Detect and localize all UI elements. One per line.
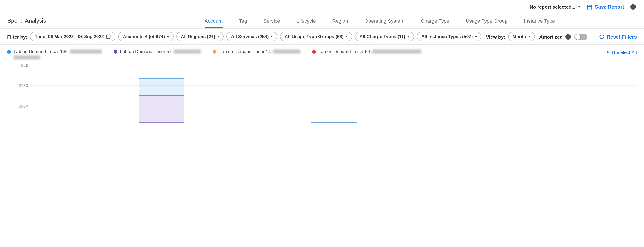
- y-tick-label: $500: [7, 104, 28, 109]
- unselect-all-button[interactable]: Unselect All: [606, 49, 637, 55]
- info-icon[interactable]: [630, 4, 636, 9]
- view-by-dropdown[interactable]: Month: [508, 32, 535, 41]
- legend-text: Lab on Demand - user 57: [120, 49, 201, 54]
- filter-pill-all-services-254[interactable]: All Services (254): [226, 32, 278, 41]
- chevron-down-icon: [218, 35, 219, 38]
- amortized-label: Amortized: [539, 34, 563, 39]
- chevron-down-icon: [408, 35, 410, 38]
- reset-filters-label: Reset Filters: [607, 34, 637, 39]
- chevron-down-icon: [528, 35, 530, 38]
- y-tick-label: $1k: [7, 63, 28, 68]
- y-tick-label: $750: [7, 83, 28, 88]
- legend-text: Lab on Demand - user 50: [318, 49, 422, 54]
- legend-item-lab-on-demand-user-14[interactable]: Lab on Demand - user 14: [213, 49, 300, 54]
- chart-column-08-22: [464, 65, 550, 123]
- view-by-label: View by:: [486, 34, 506, 39]
- redacted-text: [273, 49, 300, 54]
- chart-legend: Lab on Demand - user 136Lab on Demand - …: [0, 45, 644, 62]
- chevron-down-icon: [578, 5, 580, 9]
- filter-pill-label: All Usage Type Groups (68): [284, 34, 344, 39]
- bar-segment: [138, 78, 184, 96]
- filter-pill-label: Accounts 4 (of 674): [123, 34, 165, 39]
- close-icon: [606, 49, 610, 55]
- tab-tag[interactable]: Tag: [239, 14, 247, 28]
- tab-lifecycle[interactable]: Lifecycle: [296, 14, 316, 28]
- legend-item-lab-on-demand-user-136[interactable]: Lab on Demand - user 136: [7, 49, 102, 60]
- bar-segment: [138, 122, 184, 123]
- filter-pill-all-instance-types-507[interactable]: All Instance Types (507): [417, 32, 481, 41]
- tab-service[interactable]: Service: [263, 14, 280, 28]
- filter-pill-all-usage-type-groups-68[interactable]: All Usage Type Groups (68): [280, 32, 352, 41]
- filter-bar: Filter by: Time: 06 Mar 2022 - 06 Sep 20…: [0, 29, 644, 45]
- calendar-icon: [106, 34, 111, 39]
- topbar: No report selected... Save Report: [0, 0, 644, 14]
- chart-plot: [32, 65, 637, 123]
- report-selector-dropdown[interactable]: No report selected...: [530, 4, 580, 9]
- redacted-text: [174, 49, 201, 54]
- refresh-icon: [599, 34, 604, 39]
- chevron-down-icon: [346, 35, 348, 38]
- bar-04-22[interactable]: [138, 78, 184, 123]
- chart-column-09-22: [550, 65, 637, 123]
- tab-charge-type[interactable]: Charge Type: [421, 14, 450, 28]
- spend-analysis-page: No report selected... Save Report Spend …: [0, 0, 644, 123]
- toggle-knob: [575, 34, 580, 39]
- legend-text: Lab on Demand - user 14: [219, 49, 300, 54]
- chart-column-05-22: [205, 65, 291, 123]
- bar-segment: [138, 96, 184, 122]
- legend-dot: [213, 50, 216, 54]
- legend-dot: [312, 50, 316, 54]
- tab-account[interactable]: Account: [204, 14, 223, 28]
- spend-chart: $1k$750$500$2500 03/2204/2205/2206/2207/…: [7, 65, 637, 123]
- filter-pill-all-regions-24[interactable]: All Regions (24): [176, 32, 224, 41]
- legend-label-line: Lab on Demand - user 14: [219, 49, 300, 54]
- chevron-down-icon: [167, 35, 169, 38]
- chart-column-03-22: [32, 65, 118, 123]
- chevron-down-icon: [475, 35, 477, 38]
- legend-item-lab-on-demand-user-57[interactable]: Lab on Demand - user 57: [114, 49, 201, 54]
- redacted-text: [14, 55, 40, 59]
- legend-item-lab-on-demand-user-50[interactable]: Lab on Demand - user 50: [312, 49, 422, 54]
- filter-pill-label: All Instance Types (507): [421, 34, 473, 39]
- amortized-toggle[interactable]: [574, 33, 587, 40]
- legend-text: Lab on Demand - user 136: [14, 49, 102, 60]
- chevron-down-icon: [271, 35, 273, 38]
- filter-pill-label: All Regions (24): [181, 34, 215, 39]
- filter-pill-all-charge-types-11[interactable]: All Charge Types (11): [355, 32, 414, 41]
- legend-label-line: Lab on Demand - user 57: [120, 49, 201, 54]
- filter-pill-label: All Charge Types (11): [360, 34, 406, 39]
- redacted-text: [70, 49, 102, 54]
- tab-bar: AccountTagServiceLifecycleRegionOperatin…: [204, 14, 555, 28]
- save-report-button[interactable]: Save Report: [587, 4, 624, 10]
- legend-label: Lab on Demand - user 136: [14, 49, 68, 54]
- reset-filters-button[interactable]: Reset Filters: [599, 34, 637, 39]
- header-row: Spend Analysis AccountTagServiceLifecycl…: [0, 14, 644, 29]
- legend-label: Lab on Demand - user 50: [318, 49, 370, 54]
- chart-column-06-22: [291, 65, 378, 123]
- tab-instance-type[interactable]: Instance Type: [524, 14, 555, 28]
- amortized-info-icon[interactable]: [565, 34, 571, 39]
- time-filter-value: Time: 06 Mar 2022 - 06 Sep 2022: [35, 34, 104, 39]
- tab-operating-system[interactable]: Operating System: [364, 14, 404, 28]
- redacted-text: [372, 49, 421, 54]
- report-selector-value: No report selected...: [530, 4, 576, 9]
- time-filter-pill[interactable]: Time: 06 Mar 2022 - 06 Sep 2022: [30, 32, 116, 41]
- tab-usage-type-group[interactable]: Usage Type Group: [466, 14, 508, 28]
- filter-pill-label: All Services (254): [231, 34, 269, 39]
- legend-dot: [114, 50, 117, 54]
- y-axis: $1k$750$500$2500: [7, 65, 28, 123]
- filter-by-label: Filter by:: [7, 34, 28, 39]
- legend-label: Lab on Demand - user 14: [219, 49, 271, 54]
- legend-label-line: Lab on Demand - user 50: [318, 49, 422, 54]
- save-report-label: Save Report: [595, 4, 624, 9]
- bars-container: [32, 65, 637, 123]
- legend-dot: [7, 50, 11, 54]
- legend-label-line: Lab on Demand - user 136: [14, 49, 102, 54]
- filter-pill-accounts-4-of-674[interactable]: Accounts 4 (of 674): [118, 32, 174, 41]
- legend-label: Lab on Demand - user 57: [120, 49, 172, 54]
- bar-06-22[interactable]: [312, 122, 357, 123]
- page-title: Spend Analysis: [7, 18, 46, 24]
- view-by-value: Month: [512, 34, 526, 39]
- bar-segment: [312, 122, 357, 123]
- tab-region[interactable]: Region: [332, 14, 348, 28]
